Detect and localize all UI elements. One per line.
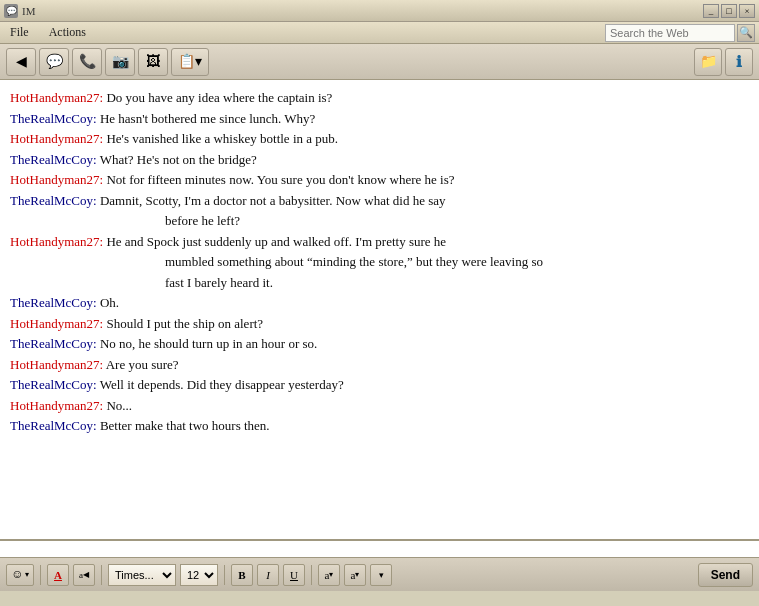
title-bar: 💬 IM _ □ × bbox=[0, 0, 759, 22]
msg-text-6b: before he left? bbox=[165, 213, 240, 228]
emoji-icon: ☺ bbox=[11, 567, 23, 582]
msg-text-8: Oh. bbox=[100, 295, 119, 310]
message-2: TheRealMcCoy: He hasn't bothered me sinc… bbox=[10, 109, 749, 129]
sender-therealmccoy-14: TheRealMcCoy: bbox=[10, 418, 100, 433]
msg-text-4: What? He's not on the bridge? bbox=[100, 152, 257, 167]
photo-toolbar-btn[interactable]: 🖼 bbox=[138, 48, 168, 76]
input-container: ☺ ▾ A a ◀ Times... 12 B I bbox=[0, 540, 759, 591]
message-6-line1: TheRealMcCoy: Damnit, Scotty, I'm a doct… bbox=[10, 191, 749, 211]
italic-icon: I bbox=[266, 569, 270, 581]
chat-toolbar-btn[interactable]: 💬 bbox=[39, 48, 69, 76]
msg-text-6a: Damnit, Scotty, I'm a doctor not a babys… bbox=[100, 193, 446, 208]
msg-text-9: Should I put the ship on alert? bbox=[106, 316, 263, 331]
bold-icon: B bbox=[238, 569, 245, 581]
underline-icon: U bbox=[290, 569, 298, 581]
emoji-button[interactable]: ☺ ▾ bbox=[6, 564, 34, 586]
message-11: HotHandyman27: Are you sure? bbox=[10, 355, 749, 375]
chat-icon: 💬 bbox=[46, 53, 63, 70]
msg-text-14: Better make that two hours then. bbox=[100, 418, 270, 433]
close-btn[interactable]: × bbox=[739, 4, 755, 18]
underline-button[interactable]: U bbox=[283, 564, 305, 586]
sender-therealmccoy-2: TheRealMcCoy: bbox=[10, 111, 100, 126]
msg-text-5: Not for fifteen minutes now. You sure yo… bbox=[106, 172, 454, 187]
chat-area: HotHandyman27: Do you have any idea wher… bbox=[0, 80, 759, 540]
msg-text-7a: He and Spock just suddenly up and walked… bbox=[106, 234, 446, 249]
message-3: HotHandyman27: He's vanished like a whis… bbox=[10, 129, 749, 149]
font-color-icon: A bbox=[54, 569, 62, 581]
sender-hothandyman-7: HotHandyman27: bbox=[10, 234, 106, 249]
phone-toolbar-btn[interactable]: 📞 bbox=[72, 48, 102, 76]
maximize-btn[interactable]: □ bbox=[721, 4, 737, 18]
main-toolbar: ◀ 💬 📞 📷 🖼 📋▾ 📁 ℹ bbox=[0, 44, 759, 80]
menu-bar: File Actions 🔍 bbox=[0, 22, 759, 44]
title-bar-left: 💬 IM bbox=[4, 4, 35, 18]
italic-button[interactable]: I bbox=[257, 564, 279, 586]
photo-icon: 🖼 bbox=[146, 54, 160, 70]
sender-therealmccoy-4: TheRealMcCoy: bbox=[10, 152, 100, 167]
msg-text-7b: mumbled something about “minding the sto… bbox=[165, 254, 543, 269]
text-color-button[interactable]: a ▾ bbox=[318, 564, 340, 586]
back-toolbar-btn[interactable]: ◀ bbox=[6, 48, 36, 76]
message-7-line2: mumbled something about “minding the sto… bbox=[10, 252, 749, 272]
folder-icon: 📁 bbox=[700, 53, 717, 70]
extra-btn[interactable]: ▾ bbox=[370, 564, 392, 586]
minimize-btn[interactable]: _ bbox=[703, 4, 719, 18]
font-color-button[interactable]: A bbox=[47, 564, 69, 586]
search-area: 🔍 bbox=[605, 24, 755, 42]
app-icon: 💬 bbox=[4, 4, 18, 18]
font-family-select[interactable]: Times... bbox=[108, 564, 176, 586]
msg-text-13: No... bbox=[106, 398, 132, 413]
toolbar-right: 📁 ℹ bbox=[694, 48, 753, 76]
toolbar-left: ◀ 💬 📞 📷 🖼 📋▾ bbox=[6, 48, 209, 76]
extra-icon: ▾ bbox=[379, 570, 384, 580]
window-controls[interactable]: _ □ × bbox=[703, 4, 755, 18]
message-10: TheRealMcCoy: No no, he should turn up i… bbox=[10, 334, 749, 354]
info-toolbar-btn[interactable]: ℹ bbox=[725, 48, 753, 76]
sender-hothandyman-9: HotHandyman27: bbox=[10, 316, 106, 331]
sender-therealmccoy-8: TheRealMcCoy: bbox=[10, 295, 100, 310]
more-icon: 📋▾ bbox=[178, 53, 202, 70]
bottom-toolbar: ☺ ▾ A a ◀ Times... 12 B I bbox=[0, 557, 759, 591]
msg-text-11: Are you sure? bbox=[106, 357, 179, 372]
message-13: HotHandyman27: No... bbox=[10, 396, 749, 416]
message-5: HotHandyman27: Not for fifteen minutes n… bbox=[10, 170, 749, 190]
message-1: HotHandyman27: Do you have any idea wher… bbox=[10, 88, 749, 108]
msg-text-7c: fast I barely heard it. bbox=[165, 275, 273, 290]
msg-text-1: Do you have any idea where the captain i… bbox=[106, 90, 332, 105]
bold-button[interactable]: B bbox=[231, 564, 253, 586]
more-toolbar-btn[interactable]: 📋▾ bbox=[171, 48, 209, 76]
sender-therealmccoy-12: TheRealMcCoy: bbox=[10, 377, 100, 392]
phone-icon: 📞 bbox=[79, 53, 96, 70]
bg-color-button[interactable]: a ▾ bbox=[344, 564, 366, 586]
sender-hothandyman-5: HotHandyman27: bbox=[10, 172, 106, 187]
sender-therealmccoy-10: TheRealMcCoy: bbox=[10, 336, 100, 351]
message-4: TheRealMcCoy: What? He's not on the brid… bbox=[10, 150, 749, 170]
msg-text-12: Well it depends. Did they disappear yest… bbox=[100, 377, 344, 392]
sender-hothandyman-3: HotHandyman27: bbox=[10, 131, 106, 146]
info-icon: ℹ bbox=[736, 53, 742, 71]
message-12: TheRealMcCoy: Well it depends. Did they … bbox=[10, 375, 749, 395]
message-14: TheRealMcCoy: Better make that two hours… bbox=[10, 416, 749, 436]
sender-therealmccoy-6: TheRealMcCoy: bbox=[10, 193, 100, 208]
search-input[interactable] bbox=[605, 24, 735, 42]
video-icon: 📷 bbox=[112, 53, 129, 70]
send-button[interactable]: Send bbox=[698, 563, 753, 587]
video-toolbar-btn[interactable]: 📷 bbox=[105, 48, 135, 76]
sender-hothandyman-13: HotHandyman27: bbox=[10, 398, 106, 413]
divider-2 bbox=[101, 565, 102, 585]
back-icon: ◀ bbox=[16, 53, 27, 70]
folder-toolbar-btn[interactable]: 📁 bbox=[694, 48, 722, 76]
font-size-select[interactable]: 12 bbox=[180, 564, 218, 586]
divider-4 bbox=[311, 565, 312, 585]
message-9: HotHandyman27: Should I put the ship on … bbox=[10, 314, 749, 334]
emoji-dropdown-icon: ▾ bbox=[25, 570, 29, 579]
msg-text-3: He's vanished like a whiskey bottle in a… bbox=[106, 131, 338, 146]
menu-actions[interactable]: Actions bbox=[43, 23, 92, 42]
msg-text-2: He hasn't bothered me since lunch. Why? bbox=[100, 111, 315, 126]
search-button[interactable]: 🔍 bbox=[737, 24, 755, 42]
message-6-line2: before he left? bbox=[10, 211, 749, 231]
font-size-small-button[interactable]: a ◀ bbox=[73, 564, 95, 586]
sender-hothandyman-1: HotHandyman27: bbox=[10, 90, 106, 105]
menu-file[interactable]: File bbox=[4, 23, 35, 42]
msg-text-10: No no, he should turn up in an hour or s… bbox=[100, 336, 317, 351]
